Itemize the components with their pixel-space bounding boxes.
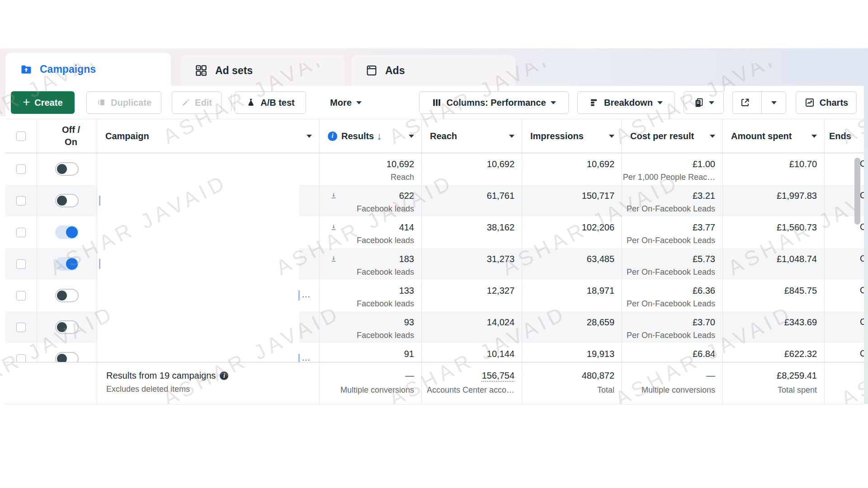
cost-per-result-cell: £1.00Per 1,000 People Reac…	[622, 153, 723, 185]
cost-value: £6.36	[622, 284, 715, 297]
chevron-down-icon	[657, 101, 663, 104]
campaign-name-cell[interactable]	[97, 248, 320, 280]
cost-per-result-cell: £6.36Per On-Facebook Leads	[622, 280, 723, 311]
campaign-name-cell[interactable]: ...	[97, 280, 320, 311]
header-amount-spent-label: Amount spent	[731, 131, 792, 141]
row-checkbox[interactable]	[16, 323, 26, 332]
header-ends[interactable]: Ends	[825, 119, 864, 153]
header-cost-per-result[interactable]: Cost per result	[622, 119, 723, 153]
campaign-name-cell[interactable]: ...	[97, 343, 320, 362]
header-results[interactable]: i Results ↓	[320, 119, 422, 153]
results-cell: 10,692Reach	[320, 153, 422, 185]
campaign-toggle-off[interactable]	[55, 352, 79, 362]
header-campaign[interactable]: Campaign	[97, 119, 320, 153]
header-results-label: Results	[341, 131, 374, 141]
summary-reach-value[interactable]: 156,754	[422, 370, 514, 381]
amount-spent-cell: £1,997.83	[723, 185, 825, 216]
impressions-cell: 10,692	[522, 153, 622, 185]
row-checkbox[interactable]	[16, 291, 26, 300]
tab-ads[interactable]: Ads	[352, 55, 515, 86]
edit-button-label: Edit	[195, 98, 212, 108]
campaign-toggle-on[interactable]	[55, 225, 79, 239]
reports-button[interactable]	[684, 91, 724, 114]
toggle-knob	[57, 164, 67, 174]
campaign-name-cell[interactable]	[97, 216, 320, 248]
duplicate-button[interactable]: Duplicate	[86, 91, 161, 114]
ad-sets-grid-icon	[194, 64, 208, 77]
spent-value: £1,560.73	[723, 221, 817, 234]
campaign-name-cell[interactable]	[97, 153, 320, 185]
create-button[interactable]: + Create	[11, 91, 75, 114]
reach-value: 31,273	[422, 253, 514, 265]
campaign-name-redaction	[97, 153, 299, 185]
more-button[interactable]: More	[326, 91, 365, 114]
campaign-toggle-off[interactable]	[55, 194, 79, 207]
reports-icon	[693, 97, 704, 108]
campaign-toggle-off[interactable]	[55, 289, 79, 302]
summary-results-label: Multiple conversions	[320, 384, 414, 396]
impressions-cell: 28,659	[522, 311, 622, 343]
spent-value: £1,048.74	[723, 253, 817, 265]
chevron-down-icon[interactable]	[307, 135, 312, 138]
impressions-cell: 102,206	[522, 216, 622, 248]
columns-button[interactable]: Columns: Performance	[419, 91, 569, 114]
select-all-checkbox[interactable]	[16, 131, 26, 141]
campaign-name-ellipsis: ...	[302, 353, 311, 362]
download-icon[interactable]	[330, 192, 338, 200]
header-impressions[interactable]: Impressions	[522, 119, 622, 153]
row-checkbox[interactable]	[16, 228, 26, 237]
tab-ad-sets[interactable]: Ad sets	[181, 55, 344, 86]
sort-descending-icon: ↓	[377, 130, 382, 142]
export-options-button[interactable]	[761, 92, 786, 113]
row-checkbox[interactable]	[16, 196, 26, 206]
chevron-down-icon[interactable]	[710, 135, 715, 138]
row-checkbox[interactable]	[16, 354, 26, 362]
cost-per-result-cell: £3.21Per On-Facebook Leads	[622, 185, 723, 216]
summary-spent-value: £8,259.41	[723, 370, 817, 381]
results-label: Facebook leads	[320, 298, 414, 310]
campaign-toggle-on[interactable]	[55, 257, 79, 271]
plus-icon: +	[23, 96, 30, 108]
results-label: Facebook leads	[320, 235, 414, 246]
cost-label: Per On-Facebook Leads	[622, 203, 715, 215]
campaign-name-cell[interactable]	[97, 311, 320, 343]
chevron-down-icon[interactable]	[609, 135, 614, 138]
reach-value: 14,024	[422, 316, 514, 328]
summary-impressions-label: Total	[522, 384, 614, 396]
chevron-down-icon[interactable]	[409, 135, 414, 138]
row-checkbox[interactable]	[16, 259, 26, 269]
ab-test-button[interactable]: A/B test	[235, 91, 306, 114]
cost-value: £3.70	[622, 316, 715, 328]
cost-per-result-cell: £3.70Per On-Facebook Leads	[622, 311, 723, 343]
ends-value-clipped: O	[860, 285, 864, 296]
charts-button[interactable]: Charts	[796, 91, 857, 114]
cost-per-result-cell: £3.77Per On-Facebook Leads	[622, 216, 723, 248]
campaign-name-remnant	[298, 354, 300, 362]
info-icon[interactable]: i	[328, 131, 337, 141]
impressions-cell: 18,971	[522, 280, 622, 311]
header-amount-spent[interactable]: Amount spent	[723, 119, 825, 153]
export-button[interactable]	[733, 92, 757, 113]
summary-spacer	[5, 362, 37, 404]
results-cell: 93Facebook leads	[320, 311, 422, 343]
campaign-name-cell[interactable]	[97, 185, 320, 216]
table-header-row: Off / On Campaign i Results ↓ Reach Impr…	[5, 119, 864, 153]
chevron-down-icon[interactable]	[509, 135, 514, 138]
header-reach[interactable]: Reach	[422, 119, 522, 153]
chevron-down-icon[interactable]	[811, 135, 817, 138]
edit-button[interactable]: Edit	[172, 91, 222, 114]
summary-reach-cell: 156,754Accounts Center acco…	[422, 362, 522, 404]
info-icon[interactable]: i	[220, 371, 228, 380]
row-toggle-cell	[37, 248, 97, 280]
tab-campaigns[interactable]: Campaigns	[5, 53, 171, 86]
vertical-scrollbar-thumb[interactable]	[854, 158, 860, 225]
tab-ads-label: Ads	[385, 65, 405, 77]
row-checkbox-cell	[5, 280, 37, 311]
campaign-toggle-off[interactable]	[55, 320, 79, 334]
campaign-toggle-off[interactable]	[55, 162, 79, 176]
breakdown-button[interactable]: Breakdown	[577, 91, 675, 114]
summary-cost-label: Multiple conversions	[622, 384, 715, 396]
row-checkbox[interactable]	[16, 164, 26, 174]
download-icon[interactable]	[330, 224, 338, 232]
download-icon[interactable]	[330, 255, 338, 263]
